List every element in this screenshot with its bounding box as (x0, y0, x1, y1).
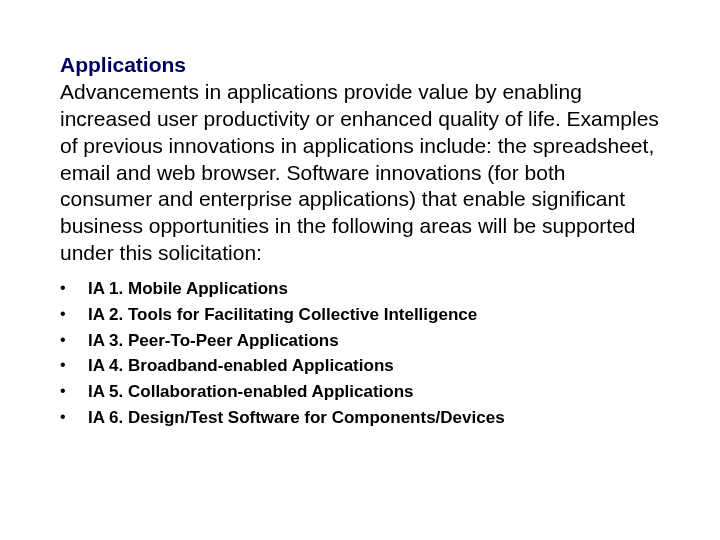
bullet-icon: • (60, 303, 88, 325)
list-item-label: IA 1. Mobile Applications (88, 277, 288, 301)
list-item-label: IA 3. Peer-To-Peer Applications (88, 329, 339, 353)
bullet-icon: • (60, 380, 88, 402)
list-item-label: IA 2. Tools for Facilitating Collective … (88, 303, 477, 327)
list-item-label: IA 5. Collaboration-enabled Applications (88, 380, 414, 404)
list-item: • IA 1. Mobile Applications (60, 277, 660, 301)
list-item-label: IA 4. Broadband-enabled Applications (88, 354, 394, 378)
section-heading: Applications (60, 52, 660, 79)
content-block: ApplicationsAdvancements in applications… (60, 52, 660, 267)
list-item: • IA 2. Tools for Facilitating Collectiv… (60, 303, 660, 327)
bullet-icon: • (60, 406, 88, 428)
list-item: • IA 5. Collaboration-enabled Applicatio… (60, 380, 660, 404)
bullet-icon: • (60, 277, 88, 299)
bullet-list: • IA 1. Mobile Applications • IA 2. Tool… (60, 277, 660, 430)
list-item: • IA 4. Broadband-enabled Applications (60, 354, 660, 378)
list-item-label: IA 6. Design/Test Software for Component… (88, 406, 505, 430)
intro-paragraph: Advancements in applications provide val… (60, 79, 660, 267)
list-item: • IA 3. Peer-To-Peer Applications (60, 329, 660, 353)
list-item: • IA 6. Design/Test Software for Compone… (60, 406, 660, 430)
bullet-icon: • (60, 354, 88, 376)
bullet-icon: • (60, 329, 88, 351)
